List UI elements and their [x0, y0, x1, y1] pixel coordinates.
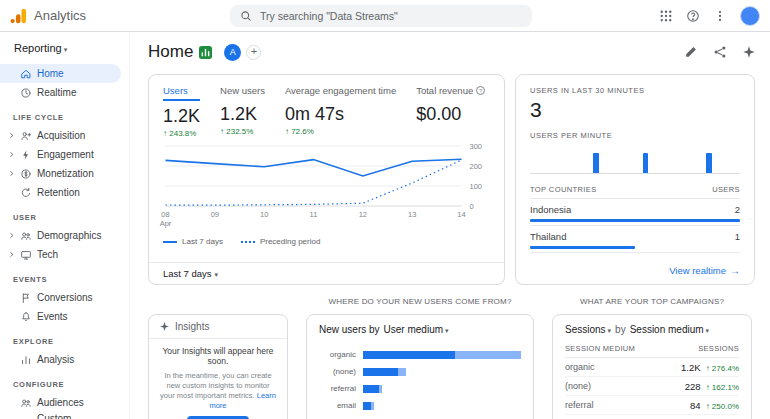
solid-line-swatch	[163, 241, 177, 243]
sidebar-item-analysis[interactable]: Analysis	[0, 350, 121, 369]
clock-icon	[20, 87, 32, 99]
metric-delta: 243.8%	[163, 129, 200, 138]
users-per-minute-caption: USERS PER MINUTE	[530, 131, 740, 140]
minute-bar-slot	[572, 144, 578, 173]
minute-bar-slot	[579, 144, 585, 173]
view-realtime-link[interactable]: View realtime	[530, 265, 740, 276]
metric-delta: 232.5%	[220, 127, 265, 136]
sidebar-item-conversions[interactable]: Conversions	[0, 288, 121, 307]
sidebar-item-demographics[interactable]: Demographics	[0, 226, 121, 245]
new-users-dimension-selector[interactable]: New users by User medium	[319, 324, 521, 335]
user-medium-dropdown[interactable]: User medium	[384, 324, 449, 335]
user-avatar[interactable]	[740, 6, 760, 26]
svg-text:300: 300	[470, 142, 483, 151]
realtime-users-count: 3	[530, 98, 740, 122]
minute-bar-slot	[530, 144, 536, 173]
minute-bar-slot	[608, 144, 614, 173]
minute-bar-slot	[734, 144, 740, 173]
metric-tab-label: Average engagement time	[285, 85, 396, 99]
apps-grid-icon[interactable]	[659, 9, 673, 23]
help-icon[interactable]	[476, 86, 485, 95]
analytics-home-link[interactable]: Analytics	[10, 7, 86, 25]
analytics-app: Analytics Reporting	[0, 0, 770, 419]
sidebar-item-audiences[interactable]: Audiences	[0, 393, 121, 412]
countries-column-header: TOP COUNTRIES	[530, 185, 597, 194]
svg-text:10: 10	[260, 210, 268, 219]
metric-delta: 72.6%	[285, 127, 396, 136]
customize-report-icon[interactable]	[684, 45, 698, 59]
events-icon	[20, 311, 32, 323]
hbar-label: organic	[319, 350, 363, 359]
insights-message: Your Insights will appear here soon.	[159, 346, 277, 366]
caret-down-icon	[64, 42, 68, 54]
sidebar-item-retention[interactable]: Retention	[0, 183, 121, 202]
sidebar-item-realtime[interactable]: Realtime	[0, 83, 121, 102]
minute-bar-slot	[593, 144, 599, 173]
minute-bar-slot	[629, 144, 635, 173]
hbar-label: (none)	[319, 367, 363, 376]
minute-bar-slot	[727, 144, 733, 173]
caret-down-icon	[215, 268, 219, 279]
comparison-avatar[interactable]: A	[224, 44, 241, 61]
sidebar-item-engagement[interactable]: Engagement	[0, 145, 121, 164]
nav-collection-label: Reporting	[14, 42, 62, 54]
report-header: Home A	[148, 38, 756, 66]
sidebar-item-label: Demographics	[37, 230, 101, 242]
insights-sparkle-icon[interactable]	[742, 45, 756, 59]
sidebar-item-custom-definitions[interactable]: Custom definitions	[0, 412, 121, 419]
sidebar-section-configure: CONFIGURE	[0, 369, 129, 393]
metric-tab-total-revenue[interactable]: Total revenue $0.00	[416, 85, 485, 138]
date-range-selector[interactable]: Last 7 days	[149, 262, 504, 284]
minute-bar-slot	[650, 144, 656, 173]
search-input[interactable]	[260, 10, 522, 22]
add-comparison-button[interactable]	[246, 45, 261, 60]
topbar: Analytics	[0, 0, 770, 32]
app-name: Analytics	[34, 8, 86, 23]
sidebar-item-events[interactable]: Events	[0, 307, 121, 326]
bottom-cards-row: Insights Your Insights will appear here …	[148, 297, 756, 419]
insights-detail: In the meantime, you can create new cust…	[159, 371, 277, 412]
insights-card-header: Insights	[149, 315, 287, 339]
campaign-row-referral: referral84250.0%	[565, 396, 739, 415]
sessions-metric-dropdown[interactable]: Sessions	[565, 324, 611, 335]
hbar-current	[363, 368, 398, 376]
new-users-card: New users by User medium organic(none)re…	[306, 314, 534, 419]
new-users-section-heading: WHERE DO YOUR NEW USERS COME FROM?	[306, 297, 534, 307]
minute-bar-slot	[600, 144, 606, 173]
topbar-actions	[659, 6, 760, 26]
country-name: Indonesia	[530, 204, 571, 215]
metric-tab-users[interactable]: Users1.2K243.8%	[163, 85, 200, 138]
metric-tab-new-users[interactable]: New users1.2K232.5%	[220, 85, 265, 138]
sidebar-item-tech[interactable]: Tech	[0, 245, 121, 264]
nav-collection-selector[interactable]: Reporting	[0, 40, 129, 64]
caret-down-icon	[706, 324, 710, 335]
tech-icon	[20, 249, 32, 261]
minute-bar-slot	[685, 144, 691, 173]
insights-sparkle-icon	[159, 321, 170, 332]
hbar-track	[363, 368, 521, 376]
sidebar-item-label: Retention	[37, 187, 80, 199]
help-circle-icon[interactable]	[686, 9, 700, 23]
sidebar-item-monetization[interactable]: Monetization	[0, 164, 121, 183]
analytics-logo-icon	[10, 7, 28, 25]
sidebar-item-acquisition[interactable]: Acquisition	[0, 126, 121, 145]
overview-metrics-card: Users1.2K243.8%New users1.2K232.5%Averag…	[148, 74, 505, 285]
minute-bar-slot	[615, 144, 621, 173]
minute-bar-slot	[565, 144, 571, 173]
share-icon[interactable]	[713, 45, 727, 59]
report-actions	[684, 45, 756, 59]
report-collection-badge-icon	[199, 46, 212, 59]
page-title: Home	[148, 42, 193, 62]
metric-tab-average-engagement-time[interactable]: Average engagement time0m 47s72.6%	[285, 85, 396, 138]
minute-bar	[643, 153, 649, 173]
more-vert-icon[interactable]	[713, 9, 727, 23]
session-medium-dropdown[interactable]: Session medium	[630, 324, 709, 335]
svg-text:Apr: Apr	[160, 219, 172, 228]
search-bar[interactable]	[230, 5, 532, 27]
demographics-icon	[20, 230, 32, 242]
campaigns-card-title: Sessions by Session medium	[565, 324, 739, 335]
chevron-right-icon	[8, 232, 15, 239]
sidebar-item-home[interactable]: Home	[0, 64, 121, 83]
country-row-indonesia: Indonesia2	[530, 199, 740, 226]
sessions-value: 1.2K	[681, 362, 701, 373]
